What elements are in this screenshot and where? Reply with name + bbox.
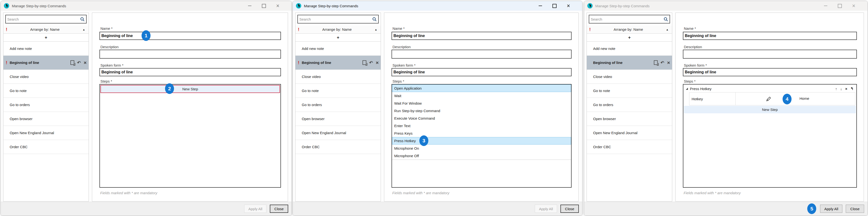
search-icon[interactable] [372,17,377,22]
delete-command-icon[interactable]: × [84,60,87,65]
step-option-execute-voice-command[interactable]: Execute Voice Command [392,115,571,122]
description-input[interactable] [100,50,280,58]
step-item-header[interactable]: Press Hotkey ↑ ↓ × ↰ [684,85,856,92]
name-input[interactable] [100,32,280,39]
command-list-item[interactable]: Open New England Journal [3,126,89,140]
step-option-wait[interactable]: Wait [392,92,571,99]
command-list-item[interactable]: Go to note [296,84,381,98]
command-list-item[interactable]: Order CBC [587,140,672,154]
search-icon[interactable] [80,17,85,22]
new-step-row[interactable]: New Step [684,106,856,113]
move-step-up-icon[interactable]: ↑ [835,87,837,91]
duplicate-command-icon[interactable] [654,60,658,65]
add-command-button[interactable]: + [3,34,89,42]
search-box[interactable] [589,15,670,24]
name-field[interactable]: 1 [99,32,281,40]
move-step-down-icon[interactable]: ↓ [840,87,842,91]
minimize-button[interactable] [818,2,833,10]
command-list-item-selected[interactable]: ! Beginning of line ↶ × [296,56,381,70]
command-list-item[interactable]: Open browser [587,112,672,126]
step-option-press-keys[interactable]: Press Keys [392,129,571,137]
command-list-item[interactable]: Go to orders [3,98,89,112]
edit-pencil-icon[interactable] [766,96,771,102]
close-dialog-button[interactable]: Close [270,205,288,213]
step-option-press-hotkey[interactable]: Press Hotkey 3 [392,137,571,145]
new-step-row[interactable]: 2 New Step [100,85,280,93]
close-button[interactable]: × [561,2,576,10]
spoken-form-field[interactable] [99,68,281,76]
command-list-item[interactable]: Order CBC [296,140,381,154]
description-input[interactable] [392,50,571,58]
command-list-item[interactable]: Open New England Journal [587,126,672,140]
description-field[interactable] [683,50,857,59]
command-list-item-selected[interactable]: Beginning of line ↶ × [587,56,672,70]
undo-command-icon[interactable]: ↶ [77,61,81,65]
apply-all-button[interactable]: Apply All [820,205,842,213]
delete-command-icon[interactable]: × [667,60,670,65]
close-dialog-button[interactable]: Close [846,205,864,213]
minimize-button[interactable] [243,2,257,10]
arrange-by-header[interactable]: ! Arrange by: Name ▲ [3,25,89,34]
step-option-microphone-on[interactable]: Microphone On [392,145,571,152]
sort-ascending-icon[interactable]: ▲ [666,28,669,31]
command-list-item[interactable]: Go to note [587,84,672,98]
command-list-item[interactable]: Go to note [3,84,89,98]
spoken-form-field[interactable] [392,68,571,76]
undo-step-icon[interactable]: ↰ [850,87,854,91]
undo-command-icon[interactable]: ↶ [661,61,664,65]
search-input[interactable] [6,17,80,21]
command-list-item[interactable]: Go to orders [587,98,672,112]
spoken-form-field[interactable] [683,68,857,76]
command-list-item[interactable]: Close video [3,70,89,84]
command-list-item[interactable]: Go to orders [296,98,381,112]
description-field[interactable] [99,50,281,59]
collapse-expander-icon[interactable] [686,88,688,90]
command-list-item-selected[interactable]: ! Beginning of line ↶ × [3,56,89,70]
undo-command-icon[interactable]: ↶ [369,61,373,65]
sort-ascending-icon[interactable]: ▲ [83,28,85,31]
spoken-form-input[interactable] [683,68,857,76]
spoken-form-input[interactable] [392,68,571,76]
name-field[interactable] [683,32,857,40]
delete-command-icon[interactable]: × [376,60,379,65]
step-option-open-application[interactable]: Open Application [392,85,571,92]
step-option-run-step-by-step-command[interactable]: Run Step-by-step Command [392,107,571,115]
command-list-item[interactable]: Close video [587,70,672,84]
step-option-wait-for-window[interactable]: Wait For Window [392,99,571,107]
close-dialog-button[interactable]: Close [560,205,579,213]
arrange-by-header[interactable]: ! Arrange by: Name ▲ [296,25,381,34]
arrange-by-header[interactable]: ! Arrange by: Name ▲ [587,25,672,34]
maximize-button[interactable] [833,2,847,10]
step-option-microphone-off[interactable]: Microphone Off [392,152,571,160]
command-list-item[interactable]: Add new note [3,42,89,56]
maximize-button[interactable] [257,2,271,10]
command-list-item[interactable]: Open browser [296,112,381,126]
command-list-item[interactable]: Close video [296,70,381,84]
search-input[interactable] [589,17,663,21]
close-button[interactable]: × [271,2,285,10]
name-input[interactable] [683,32,857,39]
search-box[interactable] [5,15,87,24]
spoken-form-input[interactable] [100,68,280,76]
search-icon[interactable] [663,17,668,22]
delete-step-icon[interactable]: × [845,87,847,91]
duplicate-command-icon[interactable] [70,60,74,65]
search-input[interactable] [298,17,372,21]
add-command-button[interactable]: + [587,34,672,42]
duplicate-command-icon[interactable] [363,60,366,65]
description-input[interactable] [683,50,857,58]
name-input[interactable] [392,32,571,39]
command-list-item[interactable]: Open browser [3,112,89,126]
minimize-button[interactable] [533,2,547,10]
command-list-item[interactable]: Add new note [296,42,381,56]
search-box[interactable] [298,15,379,24]
sort-ascending-icon[interactable]: ▲ [375,28,377,31]
hotkey-value-cell[interactable] [735,92,856,105]
description-field[interactable] [392,50,571,59]
maximize-button[interactable] [547,2,561,10]
add-command-button[interactable]: + [296,34,381,42]
command-list-item[interactable]: Open New England Journal [296,126,381,140]
step-option-enter-text[interactable]: Enter Text [392,122,571,129]
command-list-item[interactable]: Add new note [587,42,672,56]
name-field[interactable] [392,32,571,40]
